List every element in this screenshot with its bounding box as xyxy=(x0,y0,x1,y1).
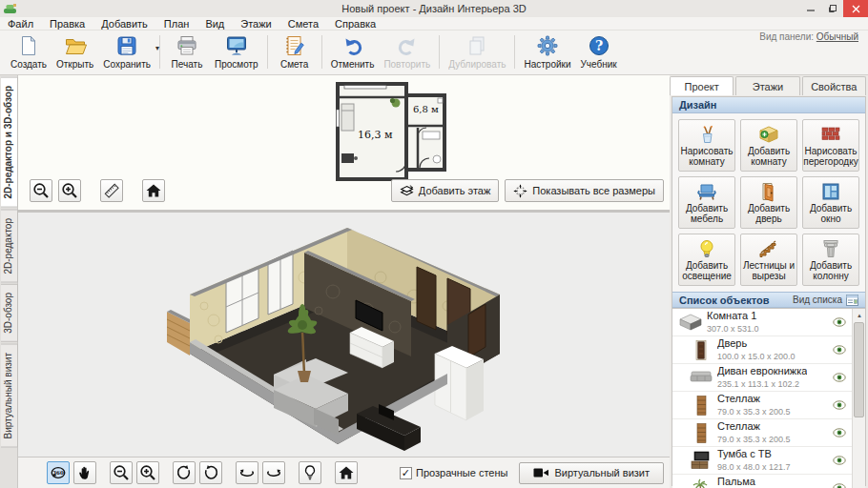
scrollbar-thumb[interactable] xyxy=(854,322,864,417)
rotate-360-icon: 360 xyxy=(50,464,67,481)
plan-home-button[interactable] xyxy=(142,179,165,202)
add-floor-button[interactable]: Добавить этаж xyxy=(391,179,499,202)
rotate-ccw-button[interactable] xyxy=(173,461,196,484)
plan-measure-button[interactable] xyxy=(100,179,123,202)
menu-file[interactable]: Файл xyxy=(8,18,33,30)
save-project-button[interactable]: Сохранить ▾ xyxy=(98,32,155,74)
tv-stand-thumb-icon xyxy=(691,451,712,470)
tab-3d-view[interactable]: 3D-обзор xyxy=(1,284,18,342)
virtual-visit-button[interactable]: Виртуальный визит xyxy=(519,462,664,484)
menu-help[interactable]: Справка xyxy=(335,18,376,30)
tab-project[interactable]: Проект xyxy=(670,76,734,95)
print-button[interactable]: Печать xyxy=(164,32,210,74)
visibility-eye-icon[interactable] xyxy=(833,345,846,356)
add-room-button[interactable]: Добавить комнату xyxy=(740,119,797,172)
bulb-icon xyxy=(301,464,319,481)
pan-button[interactable] xyxy=(73,461,96,484)
maximize-button[interactable] xyxy=(821,0,843,17)
menu-view[interactable]: Вид xyxy=(205,18,224,30)
transparent-walls-checkbox[interactable]: ✓ Прозрачные стены xyxy=(400,467,507,479)
menu-estimate[interactable]: Смета xyxy=(288,18,319,30)
save-floppy-icon xyxy=(115,34,138,57)
draw-partition-button[interactable]: Нарисовать перегородку xyxy=(802,119,859,172)
tutorial-button[interactable]: ? Учебник xyxy=(576,32,622,74)
show-all-dimensions-button[interactable]: Показывать все размеры xyxy=(505,179,664,202)
zoom-in-3d-button[interactable] xyxy=(136,461,159,484)
tab-2d-editor[interactable]: 2D-редактор xyxy=(1,210,18,283)
preview-button[interactable]: Просмотр xyxy=(210,32,263,74)
window-icon xyxy=(820,181,841,202)
bulb-yellow-icon xyxy=(696,238,717,259)
add-furniture-button[interactable]: Добавить мебель xyxy=(678,176,735,229)
duplicate-button[interactable]: Дублировать xyxy=(444,32,510,74)
objects-scrollbar[interactable]: ▲ ▼ xyxy=(852,309,865,488)
tab-floors[interactable]: Этажи xyxy=(735,76,799,95)
object-row-shelf[interactable]: Стеллаж79.0 x 35.3 x 200.5 xyxy=(672,419,865,447)
minimize-button[interactable] xyxy=(799,0,821,17)
draw-room-button[interactable]: Нарисовать комнату xyxy=(678,119,735,172)
redo-button[interactable]: Повторить xyxy=(379,32,435,74)
draw-room-icon xyxy=(696,124,717,145)
right-panel-tabs: Проект Этажи Свойства xyxy=(670,75,868,95)
object-row-room[interactable]: Комната 1307.0 x 531.0 xyxy=(672,309,865,336)
menu-plan[interactable]: План xyxy=(164,18,190,30)
object-row-sofa[interactable]: Диван еврокнижка235.1 x 113.1 x 102.2 xyxy=(672,364,865,392)
tab-virtual-visit[interactable]: Виртуальный визит xyxy=(1,344,18,448)
visibility-eye-icon[interactable] xyxy=(833,317,846,329)
orbit-left-button[interactable] xyxy=(236,461,258,484)
brick-wall-icon xyxy=(820,124,841,145)
new-document-icon xyxy=(17,34,40,57)
home-icon xyxy=(145,182,162,199)
new-project-button[interactable]: Создать xyxy=(6,32,52,74)
camera-icon xyxy=(533,467,548,478)
object-row-palm[interactable]: Пальма127.4 x 116.2 x 158.5 xyxy=(672,475,865,488)
view-list-control[interactable]: Вид списка xyxy=(793,295,858,306)
objects-section-header: Список объектов Вид списка xyxy=(672,292,865,308)
open-folder-icon xyxy=(64,34,87,57)
duplicate-icon xyxy=(465,34,488,57)
undo-button[interactable]: Отменить xyxy=(326,32,380,74)
add-column-button[interactable]: Добавить колонну xyxy=(802,234,859,286)
visibility-eye-icon[interactable] xyxy=(833,373,846,384)
settings-button[interactable]: Настройки xyxy=(519,32,575,74)
ruler-icon xyxy=(103,182,120,199)
close-button[interactable] xyxy=(843,0,868,17)
reset-view-button[interactable] xyxy=(335,461,358,484)
add-door-button[interactable]: Добавить дверь xyxy=(740,176,797,229)
view-3d-canvas[interactable] xyxy=(18,213,670,457)
visibility-eye-icon[interactable] xyxy=(833,456,846,467)
plan-2d-canvas[interactable]: 16,3 м 6,8 м Добавить этаж Показывать в xyxy=(18,75,670,210)
stairs-and-openings-button[interactable]: Лестницы и вырезы xyxy=(740,234,797,286)
toolbar-separator xyxy=(321,35,322,69)
object-row-shelf[interactable]: Стеллаж79.0 x 35.3 x 200.5 xyxy=(672,392,865,419)
view-360-button[interactable]: 360 xyxy=(47,461,70,484)
design-tools-grid: Нарисовать комнату Добавить комнату Нари… xyxy=(672,113,865,292)
panel-view-link[interactable]: Обычный xyxy=(816,31,858,42)
visibility-eye-icon[interactable] xyxy=(833,483,846,488)
zoom-in-icon xyxy=(139,464,156,481)
save-dropdown-arrow[interactable]: ▾ xyxy=(155,44,159,52)
visibility-eye-icon[interactable] xyxy=(833,428,846,439)
armchair-icon xyxy=(696,181,717,202)
open-project-button[interactable]: Открыть xyxy=(52,32,98,74)
object-row-door[interactable]: Дверь100.0 x 15.0 x 200.0 xyxy=(672,336,865,364)
menu-add[interactable]: Добавить xyxy=(101,18,148,30)
rotate-cw-button[interactable] xyxy=(199,461,222,484)
orbit-right-icon xyxy=(265,464,282,481)
menu-edit[interactable]: Правка xyxy=(50,18,85,30)
zoom-out-3d-button[interactable] xyxy=(110,461,133,484)
plan-zoom-in-button[interactable] xyxy=(58,179,81,202)
object-row-tv-stand[interactable]: Тумба с ТВ98.0 x 48.0 x 121.7 xyxy=(672,447,865,475)
visibility-eye-icon[interactable] xyxy=(833,400,846,412)
plan-zoom-out-button[interactable] xyxy=(30,179,52,202)
toolbar-separator xyxy=(439,35,440,69)
estimate-button[interactable]: Смета xyxy=(272,32,318,74)
menu-floors[interactable]: Этажи xyxy=(240,18,271,30)
tab-2d-and-3d[interactable]: 2D-редактор и 3D-обзор xyxy=(1,77,18,208)
lighting-button[interactable] xyxy=(299,461,321,484)
add-window-button[interactable]: Добавить окно xyxy=(802,176,859,229)
add-lighting-button[interactable]: Добавить освещение xyxy=(678,234,735,286)
tab-properties[interactable]: Свойства xyxy=(802,76,866,95)
orbit-right-button[interactable] xyxy=(262,461,285,484)
scroll-up-arrow[interactable]: ▲ xyxy=(853,309,865,321)
